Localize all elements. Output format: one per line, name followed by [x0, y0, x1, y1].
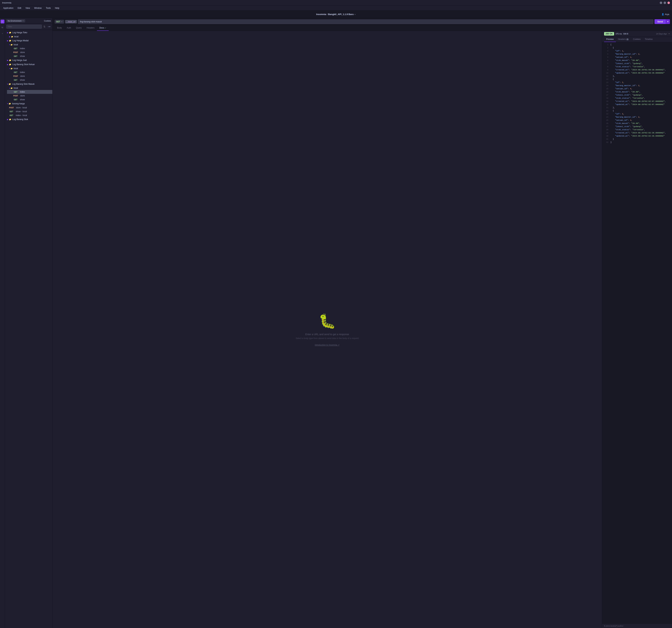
- json-line: 24 "barang_master_id": 2,: [602, 116, 672, 119]
- response-dropdown-arrow: ▼: [668, 33, 670, 35]
- json-line: 2 {: [602, 47, 672, 50]
- request-name: show: [20, 55, 25, 57]
- response-footer: $.store.books[*].author: [602, 624, 672, 628]
- request-item-get-show-local[interactable]: GET show - local: [5, 110, 52, 114]
- bug-icon: 🐛: [318, 313, 336, 330]
- header-user: 👤 Arya: [662, 13, 669, 16]
- tab-auth[interactable]: Auth: [64, 25, 73, 31]
- request-item[interactable]: GET show: [7, 78, 52, 82]
- cookies-button[interactable]: Cookies: [44, 20, 51, 22]
- menu-help[interactable]: Help: [53, 6, 61, 10]
- request-item[interactable]: GET show: [7, 54, 52, 58]
- request-item[interactable]: GET index: [7, 70, 52, 74]
- sort-button[interactable]: ⇅: [43, 25, 46, 28]
- minimize-button[interactable]: —: [660, 2, 662, 4]
- sidebar-icon-add[interactable]: +: [1, 31, 4, 35]
- subfolder-local-modal-header[interactable]: ▾ 📁 local: [7, 43, 52, 47]
- request-item-post-store[interactable]: POST store: [7, 94, 52, 98]
- method-badge-post: POST: [8, 106, 15, 109]
- send-dropdown-button[interactable]: ▾: [666, 19, 670, 24]
- method-badge-get: GET: [13, 99, 19, 101]
- folder-log-barang-stok-masuk-header[interactable]: ▾ 📁 Log Barang Stok Masuk: [5, 82, 52, 86]
- folder-label: Log Barang Stok Masuk: [12, 83, 34, 85]
- resp-tab-headers[interactable]: Headers7: [616, 37, 631, 42]
- subfolder-icon: ▾ 📁: [9, 44, 13, 46]
- maximize-button[interactable]: □: [664, 2, 666, 4]
- method-badge-post: POST: [13, 75, 19, 77]
- titlebar-left: Insomnia: [2, 1, 11, 4]
- response-tabs: Preview Headers7 Cookies Timeline: [602, 37, 672, 42]
- json-line: 5 "satuan_id": 4,: [602, 56, 672, 59]
- empty-state-subtitle: Select a body type from above to send da…: [295, 337, 359, 340]
- folder-icon: ▶ 📁: [7, 118, 11, 121]
- method-badge-get: GET: [13, 47, 19, 50]
- url-input[interactable]: [78, 19, 653, 24]
- empty-state-title: Enter a URL and send to get a response: [305, 333, 349, 336]
- folder-icon: ▶ 📁: [7, 31, 11, 34]
- left-sidebar: No Environment ▼ Cookies ⇅ +▾ ▶ 📁 Log Ha…: [5, 18, 52, 628]
- folder-barang-harga-header[interactable]: ▾ 📁 barang-harga: [5, 101, 52, 106]
- tab-query[interactable]: Query: [73, 25, 84, 31]
- active-request-get-index[interactable]: GET index: [7, 90, 52, 94]
- sidebar-icon-home[interactable]: ⬡: [1, 20, 4, 23]
- request-name: index: [20, 71, 25, 73]
- request-item-post-store-local[interactable]: POST store - local: [5, 106, 52, 110]
- send-button[interactable]: Send: [654, 19, 666, 24]
- folder-label: Log Barang Stok: [13, 118, 28, 121]
- subfolder-stok-masuk-header[interactable]: ▾ 📁 local: [7, 86, 52, 90]
- request-item-get-index-local[interactable]: GET index - local: [5, 114, 52, 117]
- subfolder-stok-keluar-header[interactable]: ▾ 📁 local: [7, 67, 52, 70]
- resp-tab-timeline[interactable]: Timeline: [643, 37, 655, 42]
- folder-label: barang-harga: [12, 102, 25, 105]
- request-name: show: [20, 79, 25, 81]
- json-line: 17 "lokasi_stok": "gudang",: [602, 94, 672, 97]
- method-selector[interactable]: GET ▼: [55, 20, 64, 24]
- request-item[interactable]: POST store: [7, 74, 52, 78]
- folder-log-barang-stok-header[interactable]: ▶ 📁 Log Barang Stok: [5, 117, 52, 121]
- subfolder-local-stok-masuk: ▾ 📁 local GET index POST store GET: [5, 86, 52, 101]
- json-line: 12 {: [602, 78, 672, 81]
- folder-log-barang-stok: ▶ 📁 Log Barang Stok: [5, 117, 52, 121]
- base-url-tag[interactable]: _.base_url: [65, 20, 77, 23]
- json-line: 26 "stok_masuk": "20.00",: [602, 122, 672, 125]
- method-badge-get: GET: [13, 55, 19, 57]
- request-item-get-show[interactable]: GET show: [7, 98, 52, 101]
- menu-view[interactable]: View: [24, 6, 32, 10]
- user-name: Arya: [665, 13, 669, 16]
- environment-selector[interactable]: No Environment ▼: [6, 19, 25, 22]
- json-line: 21 },: [602, 106, 672, 110]
- menu-edit[interactable]: Edit: [16, 6, 23, 10]
- folder-log-barang-stok-masuk: ▾ 📁 Log Barang Stok Masuk ▾ 📁 local GET …: [5, 82, 52, 101]
- folder-log-harga-modal-header[interactable]: ▶ 📁 Log Harga Modal: [5, 39, 52, 43]
- close-button[interactable]: ✕: [668, 2, 670, 4]
- main-panel: GET ▼ _.base_url Send ▾ Body Auth Query …: [52, 18, 672, 628]
- resp-tab-preview[interactable]: Preview: [604, 37, 616, 42]
- folder-log-barang-stok-keluar-header[interactable]: ▶ 📁 Log Barang Stok Keluar: [5, 62, 52, 67]
- header-bar: Insomnia / Bangkit_API_1.1.9 Baru ▼ 👤 Ar…: [0, 10, 672, 18]
- app-layout: Insomnia / Bangkit_API_1.1.9 Baru ▼ 👤 Ar…: [0, 10, 672, 628]
- json-line: 16 "stok_masuk": "20.00",: [602, 91, 672, 94]
- add-request-button[interactable]: +▾: [47, 25, 51, 28]
- resp-tab-cookies[interactable]: Cookies: [631, 37, 643, 42]
- sidebar-icon-search[interactable]: W: [1, 26, 4, 29]
- request-item[interactable]: GET index: [7, 47, 52, 50]
- method-badge-get: GET: [13, 71, 19, 73]
- subfolder-header-local[interactable]: ▶ 📁 local: [7, 35, 52, 39]
- tab-headers[interactable]: Headers: [84, 25, 97, 31]
- folder-log-harga-toko-header[interactable]: ▶ 📁 Log Harga Toko: [5, 30, 52, 35]
- json-line: 9 "created_at": "2024-08-26T01:59:30.000…: [602, 69, 672, 72]
- json-line: 29 "created_at": "2024-08-26T02:02:36.00…: [602, 132, 672, 135]
- titlebar: Insomnia — □ ✕: [0, 0, 672, 6]
- menu-window[interactable]: Window: [32, 6, 43, 10]
- panels-area: 🐛 Enter a URL and send to get a response…: [52, 31, 672, 628]
- menu-application[interactable]: Application: [1, 6, 15, 10]
- request-item[interactable]: POST store: [7, 50, 52, 54]
- tab-body[interactable]: Body: [55, 25, 64, 31]
- filter-input[interactable]: [6, 25, 42, 28]
- intro-link[interactable]: Introduction to Insomnia ↗: [315, 344, 339, 346]
- folder-log-harga-modal: ▶ 📁 Log Harga Modal ▾ 📁 local GET index: [5, 39, 52, 58]
- tab-docs[interactable]: Docs ✓: [97, 25, 109, 31]
- menu-tools[interactable]: Tools: [44, 6, 52, 10]
- folder-log-harga-jual-header[interactable]: ▶ 📁 Log Harga Jual: [5, 58, 52, 62]
- json-line: 25 "satuan_id": 4,: [602, 119, 672, 122]
